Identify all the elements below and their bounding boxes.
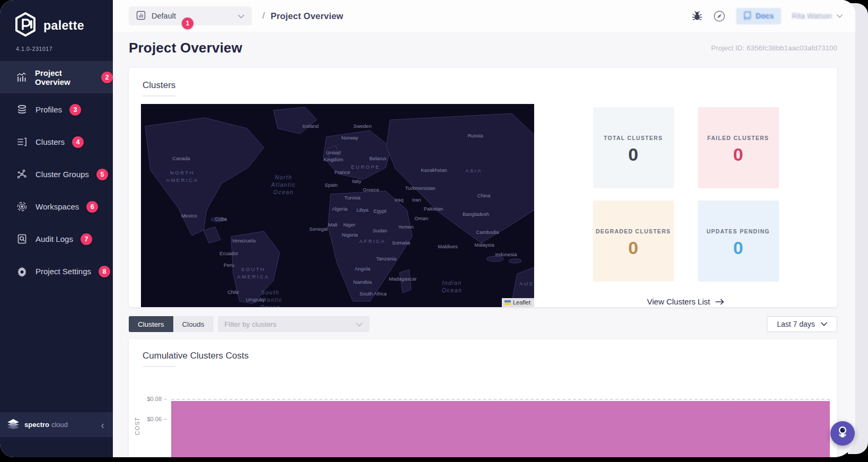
ukraine-flag-icon: [504, 300, 511, 305]
bar-chart-icon: [16, 72, 27, 83]
sidebar-item-profiles[interactable]: Profiles 3: [0, 93, 113, 126]
som-mark-7: 7: [81, 233, 92, 245]
breadcrumb: / Project Overview: [262, 11, 343, 21]
clusters-world-map[interactable]: IcelandSwedenNorwayRussiaCanadaUnited Ki…: [141, 104, 534, 307]
project-chart-icon: [136, 11, 146, 22]
stat-value: 0: [628, 144, 639, 165]
network-icon: [16, 169, 28, 180]
stat-value: 0: [733, 144, 743, 165]
docs-button[interactable]: Docs: [736, 8, 781, 24]
sidebar-nav: Project Overview 2 Profiles 3: [0, 61, 113, 287]
logo-wordmark: palette: [43, 19, 84, 33]
tab-clouds[interactable]: Clouds: [173, 316, 214, 332]
topbar-actions: Docs Rita Watson: [692, 8, 843, 24]
app-version: 4.1.0-231017: [16, 46, 113, 52]
docs-label: Docs: [756, 12, 774, 20]
user-name: Rita Watson: [792, 12, 832, 20]
breadcrumb-separator: /: [262, 11, 265, 21]
tab-clusters[interactable]: Clusters: [129, 316, 173, 332]
collapse-sidebar-chevron[interactable]: ‹: [101, 420, 104, 430]
topbar: Default 1 / Project Overview: [113, 0, 855, 32]
main-area: Default 1 / Project Overview: [113, 0, 855, 457]
sidebar-item-audit-logs[interactable]: Audit Logs 7: [0, 223, 113, 255]
filter-bar: Clusters Clouds Filter by clusters Last …: [129, 316, 837, 332]
stat-value: 0: [628, 238, 639, 258]
project-select[interactable]: Default 1: [129, 6, 252, 25]
workspaces-icon: [16, 201, 28, 213]
stat-tile-total-clusters: TOTAL CLUSTERS 0: [593, 107, 674, 188]
sidebar-item-label: Clusters: [36, 137, 65, 146]
user-menu[interactable]: Rita Watson: [792, 12, 843, 20]
leaflet-attribution[interactable]: Leaflet: [502, 298, 534, 307]
page-title: Project Overview: [129, 40, 242, 56]
sidebar-item-workspaces[interactable]: Workspaces 6: [0, 190, 113, 223]
sidebar-item-label: Cluster Groups: [36, 170, 89, 179]
date-range-value: Last 7 days: [777, 320, 815, 328]
stat-tile-failed-clusters: FAILED CLUSTERS 0: [698, 107, 779, 188]
som-mark-6: 6: [86, 201, 98, 213]
brand-spectro: spectro: [24, 421, 49, 429]
brand-cloud: cloud: [51, 421, 68, 429]
som-mark-2: 2: [101, 72, 113, 83]
chevron-down-icon: [821, 322, 827, 326]
y-axis-tick-008: $0.08: [145, 396, 167, 402]
palette-logo-icon: [14, 12, 37, 39]
stat-tile-degraded-clusters: DEGRADED CLUSTERS 0: [593, 201, 674, 282]
y-axis-label: COST: [134, 417, 140, 435]
sidebar-footer: spectro cloud ‹: [0, 412, 113, 437]
som-mark-3: 3: [69, 104, 81, 116]
project-id: Project ID: 6356fc38bb1aac03afd73100: [711, 44, 837, 52]
project-select-value: Default: [152, 12, 176, 20]
cluster-stats: TOTAL CLUSTERS 0 FAILED CLUSTERS 0 DEGRA…: [534, 104, 837, 307]
stat-label: FAILED CLUSTERS: [707, 135, 769, 141]
title-divider: [143, 95, 175, 97]
app-window: palette 4.1.0-231017 Project Overview 2: [0, 0, 855, 457]
view-clusters-list-link[interactable]: View Clusters List: [647, 297, 724, 306]
cumulative-costs-card: Cumulative Clusters Costs $0.08 $0.06 CO…: [129, 339, 837, 457]
cost-area-series: [171, 401, 830, 457]
som-mark-1: 1: [182, 18, 193, 29]
sidebar-item-label: Workspaces: [36, 202, 79, 211]
audit-log-icon: [16, 233, 28, 245]
chevron-down-icon: [356, 320, 362, 328]
filter-placeholder: Filter by clusters: [225, 320, 277, 328]
dashed-gridline: [171, 399, 830, 400]
filter-by-clusters-select[interactable]: Filter by clusters: [218, 316, 369, 332]
stat-label: TOTAL CLUSTERS: [604, 135, 663, 141]
layers-icon: [16, 104, 28, 116]
sidebar-item-label: Project Settings: [36, 267, 91, 276]
assistant-fab-button[interactable]: [830, 421, 855, 446]
y-axis-tick-006: $0.06: [145, 416, 167, 422]
palette-logo[interactable]: palette: [0, 0, 113, 39]
server-list-icon: [16, 136, 28, 148]
map-landmass: [141, 104, 534, 307]
date-range-select[interactable]: Last 7 days: [767, 316, 837, 332]
sidebar-item-project-settings[interactable]: Project Settings 8: [0, 255, 113, 287]
sidebar-item-clusters[interactable]: Clusters 4: [0, 126, 113, 158]
sidebar-item-label: Profiles: [36, 105, 62, 114]
chevron-down-icon: [837, 14, 843, 18]
costs-card-title: Cumulative Clusters Costs: [143, 351, 837, 361]
stat-label: DEGRADED CLUSTERS: [596, 228, 671, 234]
sidebar-item-label: Project Overview: [35, 68, 94, 86]
breadcrumb-current[interactable]: Project Overview: [271, 11, 343, 21]
som-mark-5: 5: [96, 169, 108, 180]
sidebar-item-project-overview[interactable]: Project Overview 2: [0, 61, 113, 93]
bug-report-icon[interactable]: [692, 11, 703, 21]
stat-value: 0: [733, 238, 743, 258]
help-compass-icon[interactable]: [713, 10, 725, 22]
spectro-cloud-logo-icon: [6, 417, 20, 432]
arrow-right-icon: [715, 299, 724, 305]
clusters-card-title: Clusters: [143, 80, 837, 91]
chevron-down-icon: [238, 12, 244, 20]
title-divider: [143, 366, 175, 367]
sidebar-item-cluster-groups[interactable]: Cluster Groups 5: [0, 158, 113, 190]
som-mark-4: 4: [72, 136, 84, 148]
page-header: Project Overview Project ID: 6356fc38bb1…: [113, 32, 855, 61]
som-mark-8: 8: [99, 266, 110, 277]
sidebar: palette 4.1.0-231017 Project Overview 2: [0, 0, 113, 457]
book-icon: [743, 11, 751, 21]
leaflet-label: Leaflet: [513, 299, 530, 306]
astronaut-icon: [836, 425, 849, 441]
view-clusters-list-label: View Clusters List: [647, 297, 710, 306]
